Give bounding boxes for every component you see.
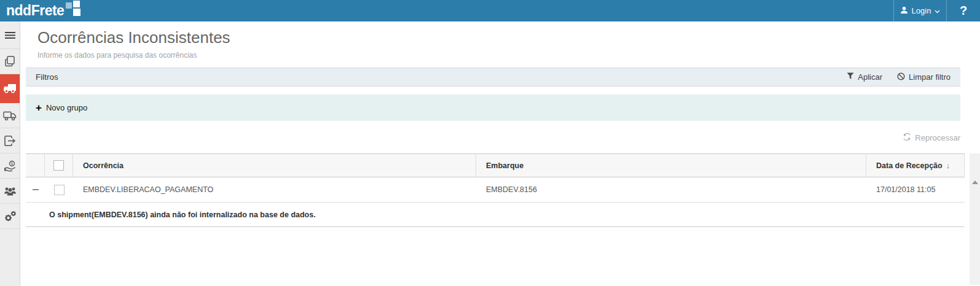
- hand-coin-icon: $: [4, 160, 17, 172]
- select-all-checkbox[interactable]: [53, 160, 64, 171]
- page-title: Ocorrências Inconsistentes: [37, 27, 960, 48]
- page-head: Ocorrências Inconsistentes Informe os da…: [20, 21, 980, 60]
- reprocess-label: Reprocessar: [915, 133, 960, 142]
- sidebar: $: [0, 21, 20, 286]
- filters-bar: Filtros Aplicar Limpar filtro: [26, 68, 960, 87]
- svg-text:$: $: [10, 161, 13, 166]
- apply-filter-button[interactable]: Aplicar: [847, 72, 882, 82]
- app-logo[interactable]: nddFrete: [0, 0, 82, 21]
- minus-icon: [33, 189, 39, 190]
- select-all-cell: [45, 154, 73, 177]
- hamburger-icon: [5, 31, 15, 39]
- copy-icon: [4, 55, 16, 68]
- plus-icon: +: [36, 102, 42, 113]
- user-icon: [900, 6, 908, 16]
- group-bar: + Novo grupo: [26, 95, 960, 121]
- help-button[interactable]: ?: [946, 0, 980, 21]
- funnel-icon: [847, 72, 854, 82]
- sidebar-item-export[interactable]: [0, 128, 20, 153]
- collapse-row-button[interactable]: [26, 189, 45, 190]
- row-checkbox[interactable]: [54, 185, 65, 195]
- sidebar-item-delivery[interactable]: [0, 103, 20, 128]
- new-group-button[interactable]: + Novo grupo: [36, 102, 87, 113]
- chevron-down-icon: [935, 6, 940, 15]
- login-menu[interactable]: Login: [893, 0, 946, 21]
- ban-icon: [897, 72, 905, 82]
- sidebar-item-payments[interactable]: $: [0, 153, 20, 179]
- sidebar-item-freight-occurrences[interactable]: [0, 74, 20, 103]
- sidebar-item-settings[interactable]: [0, 204, 20, 229]
- column-header-data-recepcao[interactable]: Data de Recepção ↓: [866, 154, 965, 177]
- sort-desc-icon: ↓: [946, 161, 951, 170]
- row-detail-message: O shipment(EMBDEV.8156) ainda não foi in…: [26, 203, 965, 227]
- app-header: nddFrete Login ?: [0, 0, 980, 21]
- sidebar-item-menu-toggle[interactable]: [0, 21, 20, 49]
- cell-embarque: EMBDEV.8156: [476, 185, 866, 194]
- delivery-truck-icon: [3, 110, 17, 121]
- row-checkbox-cell: [45, 185, 73, 195]
- cell-ocorrencia: EMBDEV.LIBERACAO_PAGAMENTO: [73, 185, 476, 194]
- clear-filter-label: Limpar filtro: [909, 72, 951, 82]
- main-content: Ocorrências Inconsistentes Informe os da…: [20, 21, 980, 286]
- column-header-ocorrencia[interactable]: Ocorrência: [73, 154, 476, 177]
- users-icon: [4, 186, 17, 196]
- vertical-scrollbar[interactable]: [970, 153, 980, 285]
- logo-text: nddFrete: [6, 0, 64, 21]
- logo-mark-icon: [66, 1, 82, 17]
- table-row[interactable]: EMBDEV.LIBERACAO_PAGAMENTO EMBDEV.8156 1…: [26, 177, 965, 203]
- clear-filter-button[interactable]: Limpar filtro: [897, 72, 951, 82]
- reprocess-row: Reprocessar: [26, 129, 960, 145]
- column-header-embarque[interactable]: Embarque: [476, 154, 866, 177]
- login-label: Login: [912, 6, 931, 15]
- truck-icon: [3, 83, 17, 94]
- reprocess-button[interactable]: Reprocessar: [903, 133, 960, 143]
- cell-data-recepcao: 17/01/2018 11:05: [866, 185, 965, 194]
- header-spacer: [82, 0, 893, 21]
- expander-column-header: [26, 154, 45, 177]
- gears-icon: [4, 211, 17, 222]
- filters-label: Filtros: [36, 72, 58, 82]
- refresh-icon: [903, 133, 911, 143]
- scroll-up-icon[interactable]: [972, 180, 978, 184]
- page-subtitle: Informe os dados para pesquisa das ocorr…: [37, 51, 960, 60]
- grid-header-row: Ocorrência Embarque Data de Recepção ↓: [26, 153, 965, 177]
- occurrences-grid: Ocorrência Embarque Data de Recepção ↓: [26, 153, 980, 285]
- sidebar-item-users[interactable]: [0, 179, 20, 204]
- sidebar-item-documents[interactable]: [0, 49, 20, 74]
- new-group-label: Novo grupo: [46, 103, 87, 112]
- help-icon: ?: [960, 4, 967, 18]
- export-icon: [4, 135, 16, 147]
- apply-filter-label: Aplicar: [858, 72, 882, 82]
